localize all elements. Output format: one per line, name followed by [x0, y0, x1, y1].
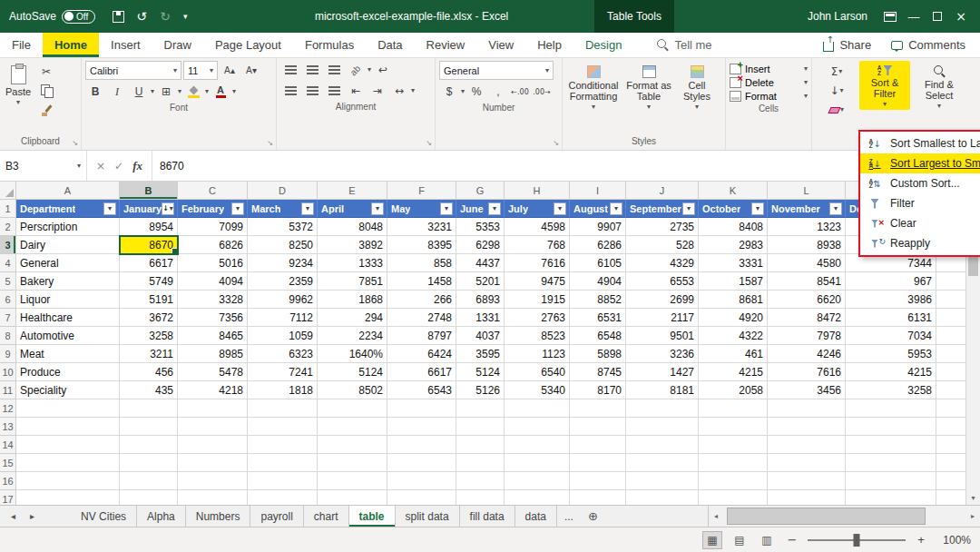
- cell-C4[interactable]: 5016: [178, 254, 248, 272]
- tell-me-box[interactable]: Tell me: [657, 33, 711, 57]
- cell-H6[interactable]: 1915: [505, 291, 570, 309]
- cell-D7[interactable]: 7112: [248, 309, 318, 327]
- cell-K2[interactable]: 8408: [699, 218, 768, 236]
- cell-J8[interactable]: 9501: [626, 327, 699, 345]
- cell-L10[interactable]: 7616: [768, 363, 846, 381]
- cell-D4[interactable]: 9234: [248, 254, 318, 272]
- conditional-formatting-button[interactable]: Conditional Formatting ▾: [566, 61, 621, 113]
- cell-J5[interactable]: 6553: [626, 272, 699, 291]
- cell-A14[interactable]: [16, 436, 120, 454]
- copy-button[interactable]: [36, 82, 56, 100]
- cell-C8[interactable]: 8465: [178, 327, 248, 345]
- share-button[interactable]: Share: [823, 38, 871, 52]
- menu-item-custom-sort[interactable]: AZ⇅Custom Sort...: [860, 173, 980, 193]
- menu-item-reapply[interactable]: ↻Reapply: [860, 233, 980, 253]
- zoom-slider-thumb[interactable]: [854, 534, 860, 547]
- cell-N14[interactable]: [936, 436, 965, 454]
- column-header-H[interactable]: H: [505, 182, 570, 200]
- table-header-august[interactable]: August▾: [570, 200, 626, 218]
- cell-G3[interactable]: 6298: [456, 236, 505, 254]
- chevron-down-icon[interactable]: ▾: [368, 66, 371, 74]
- cell-E10[interactable]: 5124: [318, 363, 387, 381]
- cell-I8[interactable]: 6548: [570, 327, 626, 345]
- menu-item-clear[interactable]: ×Clear: [860, 213, 980, 233]
- cell-N4[interactable]: [936, 254, 965, 272]
- cell-B5[interactable]: 5749: [120, 272, 178, 291]
- cell-E5[interactable]: 7851: [318, 272, 387, 291]
- row-header-6[interactable]: 6: [0, 291, 16, 309]
- cell-K7[interactable]: 4920: [699, 309, 768, 327]
- chevron-down-icon[interactable]: ▾: [151, 88, 154, 95]
- font-color-button[interactable]: A: [211, 83, 230, 101]
- sheet-tab-chart[interactable]: chart: [304, 506, 349, 527]
- row-header-2[interactable]: 2: [0, 218, 16, 236]
- cell-K9[interactable]: 461: [699, 345, 768, 363]
- cell-K10[interactable]: 4215: [699, 363, 768, 381]
- column-header-D[interactable]: D: [248, 182, 318, 200]
- cell-F17[interactable]: [387, 490, 456, 505]
- cell-M9[interactable]: 5953: [846, 345, 936, 363]
- cell-C12[interactable]: [178, 399, 248, 418]
- cell-F14[interactable]: [387, 436, 456, 454]
- cell-C10[interactable]: 5478: [178, 363, 248, 381]
- autosave-toggle[interactable]: AutoSave Off: [9, 10, 95, 24]
- column-header-F[interactable]: F: [387, 182, 456, 200]
- cell-F4[interactable]: 858: [387, 254, 456, 272]
- underline-button[interactable]: U: [129, 83, 149, 101]
- cell-J3[interactable]: 528: [626, 236, 699, 254]
- format-button[interactable]: Format ▾: [730, 91, 808, 102]
- cell-K16[interactable]: [699, 472, 768, 490]
- cell-E2[interactable]: 8048: [318, 218, 387, 236]
- filter-button-february[interactable]: ▾: [231, 202, 244, 215]
- cell-L6[interactable]: 6620: [768, 291, 846, 309]
- column-header-K[interactable]: K: [699, 182, 768, 200]
- cell-D17[interactable]: [248, 490, 318, 505]
- cell-D10[interactable]: 7241: [248, 363, 318, 381]
- cell-N15[interactable]: [936, 454, 965, 472]
- cell-I10[interactable]: 8745: [570, 363, 626, 381]
- horizontal-scrollbar-thumb[interactable]: [727, 508, 926, 525]
- sheet-tab-split-data[interactable]: split data: [396, 506, 460, 527]
- cell-C2[interactable]: 7099: [178, 218, 248, 236]
- cell-D3[interactable]: 8250: [248, 236, 318, 254]
- align-bottom-button[interactable]: [324, 61, 344, 79]
- increase-indent-button[interactable]: ⇥: [368, 82, 387, 100]
- sheet-tab-payroll[interactable]: payroll: [250, 506, 303, 527]
- cell-L17[interactable]: [768, 490, 846, 505]
- cell-E4[interactable]: 1333: [318, 254, 387, 272]
- sheet-tab-table[interactable]: table: [349, 506, 396, 527]
- cell-M6[interactable]: 3986: [846, 291, 936, 309]
- sheet-next-button[interactable]: ▸: [30, 511, 34, 521]
- cell-L12[interactable]: [768, 399, 846, 418]
- cell-J17[interactable]: [626, 490, 699, 505]
- cell-N9[interactable]: [936, 345, 965, 363]
- cell-G9[interactable]: 3595: [456, 345, 505, 363]
- cell-H13[interactable]: [505, 418, 570, 436]
- cancel-button[interactable]: ×: [96, 160, 105, 172]
- grow-font-button[interactable]: A▴: [220, 62, 240, 80]
- table-header-november[interactable]: November▾: [768, 200, 846, 218]
- italic-button[interactable]: I: [107, 83, 127, 101]
- chevron-down-icon[interactable]: ▾: [411, 87, 415, 94]
- cell-N11[interactable]: [936, 381, 965, 399]
- cell-D9[interactable]: 6323: [248, 345, 318, 363]
- cell-I7[interactable]: 6531: [570, 309, 626, 327]
- cell-L9[interactable]: 4246: [768, 345, 846, 363]
- table-header-may[interactable]: May▾: [387, 200, 456, 218]
- cell-K6[interactable]: 8681: [699, 291, 768, 309]
- column-header-C[interactable]: C: [178, 182, 248, 200]
- cell-H14[interactable]: [505, 436, 570, 454]
- cell-K3[interactable]: 2983: [699, 236, 768, 254]
- filter-button-april[interactable]: ▾: [371, 202, 384, 215]
- cell-G10[interactable]: 5124: [456, 363, 505, 381]
- dialog-launcher-icon[interactable]: ↘: [426, 139, 432, 147]
- fill-color-button[interactable]: [183, 83, 203, 101]
- cell-I11[interactable]: 8170: [570, 381, 626, 399]
- cell-K15[interactable]: [699, 454, 768, 472]
- cell-I4[interactable]: 6105: [570, 254, 626, 272]
- scroll-down-button[interactable]: ▾: [966, 490, 980, 505]
- autosum-button[interactable]: Σ▾: [827, 63, 847, 81]
- select-all-corner[interactable]: [0, 182, 16, 200]
- cell-C13[interactable]: [178, 418, 248, 436]
- normal-view-button[interactable]: ▦: [702, 531, 722, 549]
